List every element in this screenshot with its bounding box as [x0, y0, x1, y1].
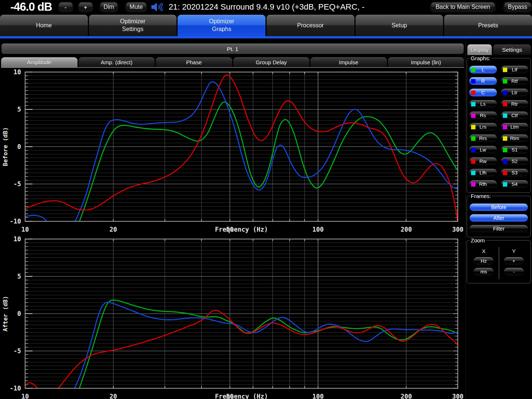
channel-label: S4 — [511, 181, 518, 187]
channel-button-ltr[interactable]: Ltr — [501, 89, 529, 96]
channel-button-s2[interactable]: S2 — [501, 157, 529, 165]
channel-label: Rs — [480, 113, 486, 118]
channel-color-swatch — [503, 113, 507, 118]
channel-color-swatch — [503, 148, 507, 152]
zoom-x-column: X Hzms — [469, 247, 499, 279]
graph-tab-amplitude[interactable]: Amplitude — [1, 57, 78, 67]
channel-button-l[interactable]: L — [469, 66, 497, 74]
channel-button-lfh[interactable]: Lfh — [469, 169, 497, 177]
channel-button-lw[interactable]: Lw — [469, 146, 497, 154]
channel-button-lrs[interactable]: Lrs — [469, 123, 497, 131]
zoom-y-column: Y +- — [499, 247, 529, 279]
tab-processor[interactable]: Processor — [267, 15, 354, 36]
channel-color-swatch — [471, 91, 476, 95]
frame-button-after[interactable]: After — [470, 214, 528, 222]
y-tick-label: 0 — [17, 143, 21, 150]
graphs-area: Pt. 1 AmplitudeAmp. (direct)PhaseGroup D… — [0, 38, 465, 399]
y-tick-label: 10 — [14, 69, 21, 76]
channel-color-swatch — [503, 91, 507, 95]
channel-color-swatch — [471, 171, 476, 175]
channel-button-s3[interactable]: S3 — [501, 169, 529, 177]
bypass-button[interactable]: Bypass — [504, 2, 531, 12]
panel-tab-display[interactable]: Display — [467, 44, 492, 55]
x-tick-label: 200 — [401, 226, 412, 233]
channel-color-swatch — [471, 136, 476, 141]
tab-home[interactable]: Home — [0, 15, 88, 36]
tab-optimizer-settings[interactable]: Optimizer Settings — [89, 15, 177, 36]
mute-button[interactable]: Mute — [126, 2, 147, 12]
speaker-icon — [151, 2, 163, 12]
zoom-y-header: Y — [512, 248, 516, 254]
zoom-x-ms-button[interactable]: ms — [474, 268, 494, 276]
channel-color-swatch — [471, 68, 476, 72]
tab-optimizer-graphs[interactable]: Optimizer Graphs — [178, 15, 265, 36]
graphs-section: Graphs: LRCLsRsLrsRrsLwRwLfhRfh LtfRtfLt… — [467, 55, 531, 193]
y-tick-label: -5 — [14, 180, 21, 188]
y-tick-label: -10 — [10, 385, 21, 392]
graph-tab-phase[interactable]: Phase — [156, 57, 232, 67]
channel-label: L — [481, 67, 484, 72]
channel-label: Rtf — [511, 78, 518, 84]
graphs-section-legend: Graphs: — [470, 55, 491, 61]
channel-button-rrs[interactable]: Rrs — [469, 134, 497, 142]
channel-color-swatch — [471, 125, 476, 129]
channel-label: R — [481, 78, 485, 84]
tab-presets[interactable]: Presets — [444, 15, 532, 36]
channel-button-c[interactable]: C — [469, 89, 497, 96]
graph-tab-impulse-lin-[interactable]: Impulse (lin) — [388, 57, 464, 67]
channel-color-swatch — [471, 102, 476, 106]
frame-button-filter[interactable]: Filter — [470, 225, 528, 232]
channel-button-r[interactable]: R — [469, 77, 497, 85]
channel-button-s1[interactable]: S1 — [501, 146, 529, 154]
zoom-y-minus-button[interactable]: - — [504, 268, 524, 276]
channel-button-ltf[interactable]: Ltf — [501, 66, 529, 74]
channel-button-ctf[interactable]: Ctf — [501, 112, 529, 119]
channel-button-rtr[interactable]: Rtr — [501, 100, 529, 108]
volume-up-button[interactable]: + — [79, 2, 93, 12]
x-axis-label: Frequency (Hz) — [215, 393, 268, 399]
after-chart: 1050-5-10102050100200300Frequency (Hz)Af… — [0, 236, 465, 399]
back-to-main-screen-button[interactable]: Back to Main Screen — [431, 2, 495, 12]
channel-button-ltm[interactable]: Ltm — [501, 123, 529, 131]
before-chart: 1050-5-10102050100200300Frequency (Hz)Be… — [0, 69, 465, 235]
channel-column-right: LtfRtfLtrRtrCtfLtmRtmS1S2S3S4 — [501, 66, 529, 188]
panel-tab-settings[interactable]: Settings — [493, 44, 531, 55]
channel-label: Ls — [480, 101, 485, 107]
curve-r — [73, 302, 458, 391]
y-tick-label: 10 — [14, 236, 21, 243]
graph-tab-impulse[interactable]: Impulse — [310, 57, 387, 67]
channel-label: Rtr — [511, 101, 518, 107]
x-tick-label: 100 — [312, 393, 324, 399]
channel-label: S2 — [511, 158, 518, 164]
x-axis-label: Frequency (Hz) — [215, 226, 268, 233]
channel-button-rfh[interactable]: Rfh — [469, 180, 497, 188]
channel-label: Lfh — [480, 170, 487, 175]
channel-color-swatch — [503, 102, 507, 106]
channel-button-rtf[interactable]: Rtf — [501, 77, 529, 85]
channel-label: Rrs — [479, 136, 487, 141]
channel-color-swatch — [471, 148, 476, 152]
zoom-y-plus-button[interactable]: + — [504, 257, 524, 265]
graph-tab-amp-direct-[interactable]: Amp. (direct) — [79, 57, 155, 67]
channel-color-swatch — [503, 136, 507, 141]
y-axis-label: After (dB) — [2, 296, 9, 331]
channel-button-s4[interactable]: S4 — [501, 180, 529, 188]
zoom-x-hz-button[interactable]: Hz — [474, 257, 494, 265]
frame-button-before[interactable]: Before — [470, 204, 528, 211]
volume-down-button[interactable]: - — [59, 2, 73, 12]
channel-color-swatch — [503, 125, 507, 129]
channel-label: Lrs — [480, 124, 487, 130]
channel-label: S3 — [511, 170, 518, 175]
x-tick-label: 20 — [110, 393, 117, 399]
tab-setup[interactable]: Setup — [356, 15, 443, 36]
channel-label: C — [481, 90, 485, 95]
dim-button[interactable]: Dim — [100, 2, 118, 12]
channel-button-rs[interactable]: Rs — [469, 112, 497, 119]
curve-l — [78, 102, 458, 224]
channel-color-swatch — [503, 182, 507, 187]
measurement-point-bar[interactable]: Pt. 1 — [1, 44, 464, 54]
channel-button-ls[interactable]: Ls — [469, 100, 497, 108]
graph-tab-group-delay[interactable]: Group Delay — [233, 57, 310, 67]
channel-button-rw[interactable]: Rw — [469, 157, 497, 165]
channel-button-rtm[interactable]: Rtm — [501, 134, 529, 142]
